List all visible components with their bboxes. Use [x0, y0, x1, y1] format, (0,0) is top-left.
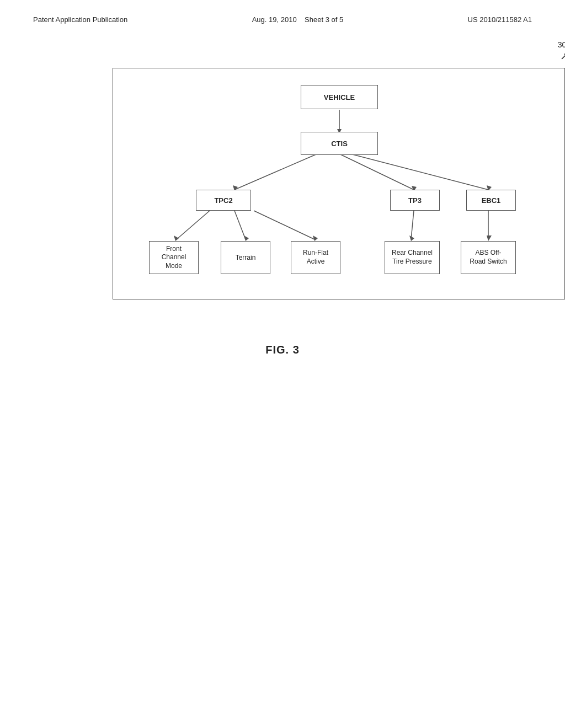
svg-line-8: [177, 211, 210, 239]
header-publication-label: Patent Application Publication: [33, 15, 127, 24]
header-right: US 2010/211582 A1: [468, 15, 532, 24]
svg-line-4: [339, 154, 414, 190]
tpc2-node: TPC2: [196, 190, 251, 211]
rear-channel-tire-pressure-node: Rear Channel Tire Pressure: [385, 241, 440, 274]
reference-number: 302 ↗: [558, 40, 565, 62]
terrain-node: Terrain: [221, 241, 270, 274]
run-flat-active-node: Run-Flat Active: [291, 241, 340, 274]
svg-marker-9: [174, 235, 179, 241]
svg-line-2: [234, 154, 317, 190]
header-left: Patent Application Publication: [33, 15, 127, 24]
ebc1-node: EBC1: [466, 190, 516, 211]
ref-arrow-icon: ↗: [558, 50, 565, 62]
svg-line-14: [411, 211, 414, 239]
abs-offroad-switch-node: ABS Off- Road Switch: [461, 241, 516, 274]
svg-line-10: [234, 211, 246, 239]
tp3-node: TP3: [390, 190, 440, 211]
svg-marker-17: [487, 235, 492, 241]
figure-caption: FIG. 3: [0, 344, 565, 356]
page-header: Patent Application Publication Aug. 19, …: [0, 0, 565, 24]
header-date: Aug. 19, 2010: [252, 15, 297, 24]
outer-diagram-box: VEHICLE CTIS TPC2 TP3 EBC1 Front Channel…: [113, 68, 565, 299]
ctis-node: CTIS: [301, 132, 378, 155]
svg-marker-13: [313, 235, 318, 241]
diagram-container: 302 ↗: [113, 68, 565, 299]
svg-marker-15: [409, 235, 414, 241]
vehicle-node: VEHICLE: [301, 85, 378, 109]
svg-marker-11: [244, 235, 249, 241]
front-channel-mode-node: Front Channel Mode: [149, 241, 199, 274]
svg-line-6: [350, 154, 488, 190]
header-patent-number: US 2010/211582 A1: [468, 15, 532, 24]
header-sheet: Sheet 3 of 5: [305, 15, 343, 24]
header-center: Aug. 19, 2010 Sheet 3 of 5: [252, 15, 344, 24]
svg-line-12: [254, 211, 315, 239]
